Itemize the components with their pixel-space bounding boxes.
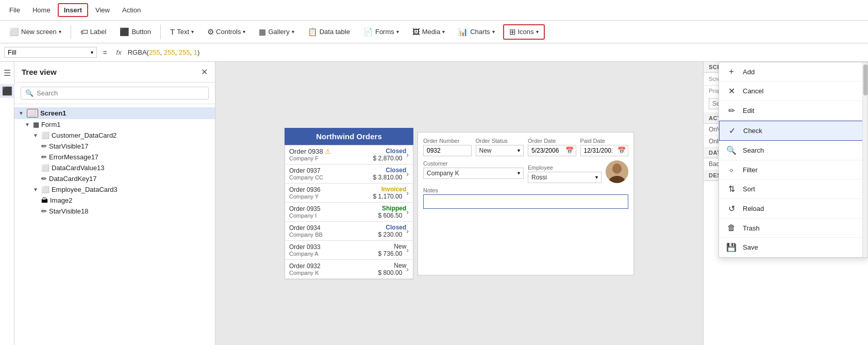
forms-icon: 📄 (363, 27, 373, 37)
tree-item-form1[interactable]: ▼ ▦ Form1 (14, 119, 215, 130)
order-row-0935[interactable]: Order 0935 Company I Shipped $ 606.50 › (285, 203, 413, 222)
icon-check[interactable]: ✓ Check (719, 121, 867, 141)
order-status-select[interactable]: New ▾ (476, 145, 524, 156)
tree-item-starvisible18[interactable]: ✏ StarVisible18 (14, 206, 215, 217)
order-date-input-group: 📅 (528, 145, 576, 156)
chevron-down-icon: ▾ (59, 29, 61, 35)
tree-content: ▼ ⬜ Screen1 ▼ ▦ Form1 ▼ ⬜ Customer_DataC… (14, 104, 215, 345)
chevron-right-icon5: › (406, 227, 409, 235)
tree-item-starvisible17[interactable]: ✏ StarVisible17 (14, 141, 215, 152)
tree-item-screen1[interactable]: ▼ ⬜ Screen1 (14, 107, 215, 119)
forms-button[interactable]: 📄 Forms ▾ (358, 25, 404, 39)
datacard-icon2: ⬜ (41, 186, 49, 193)
charts-button[interactable]: 📊 Charts ▾ (453, 25, 499, 39)
hamburger-icon[interactable]: ☰ (2, 66, 13, 80)
app-frame: Northwind Orders Order 0938 ⚠ Company F (285, 128, 634, 280)
paid-date-input-group: 📅 (580, 145, 629, 156)
input-icon: ⬜ (41, 164, 49, 172)
scroll-thumb[interactable] (863, 64, 867, 95)
new-screen-button[interactable]: ⬜ New screen ▾ (4, 25, 66, 39)
icon-edit[interactable]: ✏ Edit (719, 101, 867, 121)
icon-trash[interactable]: 🗑 Trash (719, 219, 867, 238)
warning-icon: ⚠ (325, 147, 331, 155)
image-icon: 🏔 (41, 196, 48, 204)
icons-button[interactable]: ⊞ Icons ▾ (503, 24, 545, 40)
tree-label-form1: Form1 (41, 121, 61, 128)
menu-home[interactable]: Home (27, 4, 56, 16)
order-date-input[interactable] (528, 145, 563, 156)
paid-date-input[interactable] (581, 145, 616, 156)
order-row-0933[interactable]: Order 0933 Company A New $ 736.00 › (285, 241, 413, 260)
close-button[interactable]: ✕ (201, 67, 208, 77)
order-row-0934[interactable]: Order 0934 Company BB Closed $ 230.00 › (285, 222, 413, 241)
text-button[interactable]: T Text ▾ (165, 25, 199, 38)
chevron-down-icon5: ▾ (396, 29, 399, 35)
menu-file[interactable]: File (4, 4, 25, 16)
chevron-down-icon10: ▾ (518, 147, 520, 153)
gallery-button[interactable]: ▦ Gallery ▾ (254, 25, 299, 39)
order-row-0936[interactable]: Order 0936 Company Y Invoiced $ 1,170.00… (285, 184, 413, 203)
controls-button[interactable]: ⚙ Controls ▾ (202, 25, 251, 39)
menu-insert[interactable]: Insert (58, 3, 88, 17)
label-button[interactable]: 🏷 Label (75, 25, 112, 38)
tree-item-image2[interactable]: 🏔 Image2 (14, 195, 215, 206)
label-icon: 🏷 (80, 27, 88, 36)
employee-avatar (606, 160, 628, 183)
order-row-0932[interactable]: Order 0932 Company K New $ 800.00 › (285, 260, 413, 279)
menu-bar: File Home Insert View Action (0, 0, 868, 21)
icon-add[interactable]: + Add (719, 62, 867, 81)
icon-sort[interactable]: ⇅ Sort (719, 179, 867, 199)
employee-field: Employee Rossi ▾ (528, 165, 602, 183)
tree-item-customer-datacard[interactable]: ▼ ⬜ Customer_DataCard2 (14, 130, 215, 141)
tree-item-errormessage17[interactable]: ✏ ErrorMessage17 (14, 152, 215, 162)
fx-label: fx (113, 48, 125, 56)
chevron-down-icon4: ▾ (292, 29, 294, 35)
scrollbar[interactable] (862, 62, 867, 257)
icon-reload[interactable]: ↺ Reload (719, 199, 867, 219)
icon-search[interactable]: 🔍 Search (719, 141, 867, 160)
icon-cancel[interactable]: ✕ Cancel (719, 81, 867, 101)
tree-label-datacardkey17: DataCardKey17 (49, 175, 97, 183)
button-icon: ⬛ (120, 27, 129, 37)
tree-item-datacardvalue13[interactable]: ⬜ DataCardValue13 (14, 162, 215, 173)
chevron-down-icon11: ▾ (518, 170, 520, 176)
order-row-0937[interactable]: Order 0937 Company CC Closed $ 3,810.00 … (285, 165, 413, 184)
calendar-icon[interactable]: 📅 (563, 146, 576, 154)
tree-label-datacardvalue13: DataCardValue13 (52, 164, 104, 172)
right-panel: SCREEN Scre... Prop... ACTIO... OnVi... … (703, 62, 868, 345)
icons-dropdown: + Add ✕ Cancel ✏ Edit ✓ (719, 62, 868, 258)
search-input[interactable] (37, 89, 204, 97)
toolbar: ⬜ New screen ▾ 🏷 Label ⬛ Button T Text ▾… (0, 21, 868, 43)
chevron-right-icon: › (406, 151, 409, 159)
menu-action[interactable]: Action (117, 4, 146, 16)
text-icon: T (170, 27, 175, 36)
chevron-down-icon2: ▾ (191, 29, 194, 35)
button-button[interactable]: ⬛ Button (114, 25, 156, 39)
pencil-icon3: ✏ (41, 175, 47, 183)
order-number-input[interactable] (423, 145, 472, 156)
svg-point-1 (612, 163, 622, 174)
chevron-right-icon7: › (406, 265, 409, 273)
app-title: Northwind Orders (285, 128, 413, 145)
calendar-icon2[interactable]: 📅 (615, 146, 628, 154)
data-table-button[interactable]: 📋 Data table (303, 25, 355, 39)
employee-field-group: Employee Rossi ▾ (528, 160, 628, 183)
fill-property-select[interactable]: Fill ▾ (4, 47, 97, 58)
chevron-right-icon2: › (406, 170, 409, 178)
layers-icon[interactable]: ⬛ (0, 84, 14, 98)
media-button[interactable]: 🖼 Media ▾ (407, 25, 450, 38)
chevron-down-icon9: ▾ (91, 50, 93, 55)
menu-view[interactable]: View (90, 4, 115, 16)
icon-filter[interactable]: ⬦ Filter (719, 160, 867, 179)
trash-icon: 🗑 (726, 223, 737, 233)
customer-select[interactable]: Company K ▾ (423, 168, 524, 179)
tree-item-datacardkey17[interactable]: ✏ DataCardKey17 (14, 173, 215, 184)
tree-item-employee-datacard[interactable]: ▼ ⬜ Employee_DataCard3 (14, 184, 215, 195)
search-icon2: 🔍 (726, 145, 737, 155)
notes-input[interactable] (423, 194, 628, 209)
employee-select[interactable]: Rossi ▾ (528, 172, 602, 183)
order-row-0938[interactable]: Order 0938 ⚠ Company F Closed $ 2,870.00… (285, 145, 413, 165)
canvas-area: Northwind Orders Order 0938 ⚠ Company F (215, 62, 703, 345)
icon-save[interactable]: 💾 Save (719, 238, 867, 257)
tree-label-starvisible17: StarVisible17 (49, 142, 88, 150)
